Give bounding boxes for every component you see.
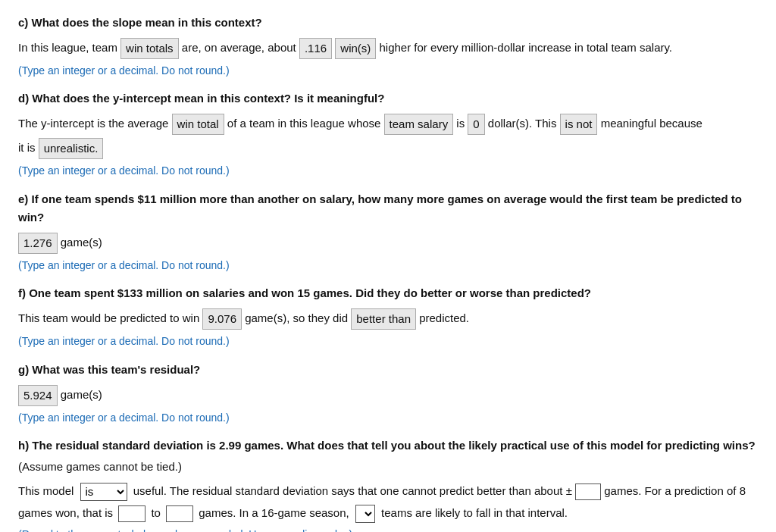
suffix-f1: predicted.: [419, 311, 469, 324]
hint-g: (Type an integer or a decimal. Do not ro…: [18, 409, 758, 426]
section-h-line2: games won, that is to games. In a 16-gam…: [18, 504, 758, 523]
section-g: g) What was this team's residual? 5.924 …: [18, 361, 758, 426]
from-input[interactable]: [118, 505, 146, 522]
prefix-c1: In this league, team: [18, 41, 117, 54]
section-d-label: d) What does the y-intercept mean in thi…: [18, 92, 384, 105]
section-c-answer-line: In this league, team win totals are, on …: [18, 38, 758, 59]
prefix-h1: This model: [18, 484, 74, 497]
suffix-g: game(s): [61, 388, 102, 401]
section-e-answer: 1.276 game(s): [18, 233, 758, 254]
box-is-not[interactable]: is not: [560, 114, 598, 135]
prefix-h2: games won, that is: [18, 506, 113, 519]
section-h-line1: This model is is not useful. The residua…: [18, 482, 758, 501]
section-e-label: e) If one team spends $11 million more t…: [18, 192, 742, 224]
middle-f1: game(s), so they did: [245, 311, 348, 324]
section-d-answer-line2: it is unrealistic.: [18, 138, 758, 159]
hint-f: (Type an integer or a decimal. Do not ro…: [18, 333, 758, 349]
hint-d: (Type an integer or a decimal. Do not ro…: [18, 162, 758, 179]
section-c-label: c) What does the slope mean in this cont…: [18, 16, 262, 29]
section-g-label: g) What was this team's residual?: [18, 363, 200, 376]
middle-h3: games. In a 16-game season,: [199, 506, 349, 519]
box-win-totals[interactable]: win totals: [120, 38, 179, 59]
middle-c1: are, on average, about: [182, 41, 296, 54]
section-h: h) The residual standard deviation is 2.…: [18, 437, 758, 532]
section-e: e) If one team spends $11 million more t…: [18, 190, 758, 274]
box-5924[interactable]: 5.924: [18, 385, 58, 406]
section-d: d) What does the y-intercept mean in thi…: [18, 89, 758, 179]
section-h-question2: (Assume games cannot be tied.): [18, 458, 758, 476]
suffix-e: game(s): [61, 236, 102, 249]
box-wins[interactable]: win(s): [335, 38, 376, 59]
prefix-f1: This team would be predicted to win: [18, 311, 199, 324]
suffix-c1: higher for every million-dollar increase…: [379, 41, 672, 54]
section-c: c) What does the slope mean in this cont…: [18, 14, 758, 79]
section-f-label: f) One team spent $133 million on salari…: [18, 286, 591, 299]
to-input[interactable]: [166, 505, 193, 522]
suffix-h1: games. For a prediction of 8: [604, 484, 746, 497]
section-d-answer-line1: The y-intercept is the average win total…: [18, 114, 758, 135]
section-g-answer: 5.924 game(s): [18, 385, 758, 406]
box-team-salary[interactable]: team salary: [384, 114, 454, 135]
model-select[interactable]: is is not: [80, 483, 127, 501]
box-1276[interactable]: 1.276: [18, 233, 58, 254]
plus-minus-input[interactable]: [575, 483, 601, 500]
section-f: f) One team spent $133 million on salari…: [18, 284, 758, 349]
prefix-d1: The y-intercept is the average: [18, 117, 168, 130]
box-zero[interactable]: 0: [468, 114, 484, 135]
suffix-h2: teams are likely to fall in that interva…: [381, 506, 568, 519]
box-better-than[interactable]: better than: [351, 308, 416, 330]
middle-d1: of a team in this league whose: [227, 117, 381, 130]
hint-h: (Round to the nearest whole number as ne…: [18, 526, 758, 532]
middle-d2: is: [456, 117, 465, 130]
season-select[interactable]: [355, 505, 375, 523]
middle-d3: dollar(s). This: [488, 117, 557, 130]
prefix-d2: it is: [18, 141, 36, 154]
hint-c: (Type an integer or a decimal. Do not ro…: [18, 62, 758, 79]
hint-e: (Type an integer or a decimal. Do not ro…: [18, 257, 758, 274]
suffix-d1: meaningful because: [601, 117, 702, 130]
section-f-answer-line: This team would be predicted to win 9.07…: [18, 308, 758, 330]
box-win-total[interactable]: win total: [172, 114, 224, 135]
box-unrealistic[interactable]: unrealistic.: [39, 138, 104, 159]
section-h-label: h) The residual standard deviation is 2.…: [18, 439, 756, 452]
middle-h2: to: [151, 506, 161, 519]
box-116[interactable]: .116: [299, 38, 332, 59]
box-9076[interactable]: 9.076: [202, 308, 242, 330]
middle-h1: useful. The residual standard deviation …: [133, 484, 572, 497]
